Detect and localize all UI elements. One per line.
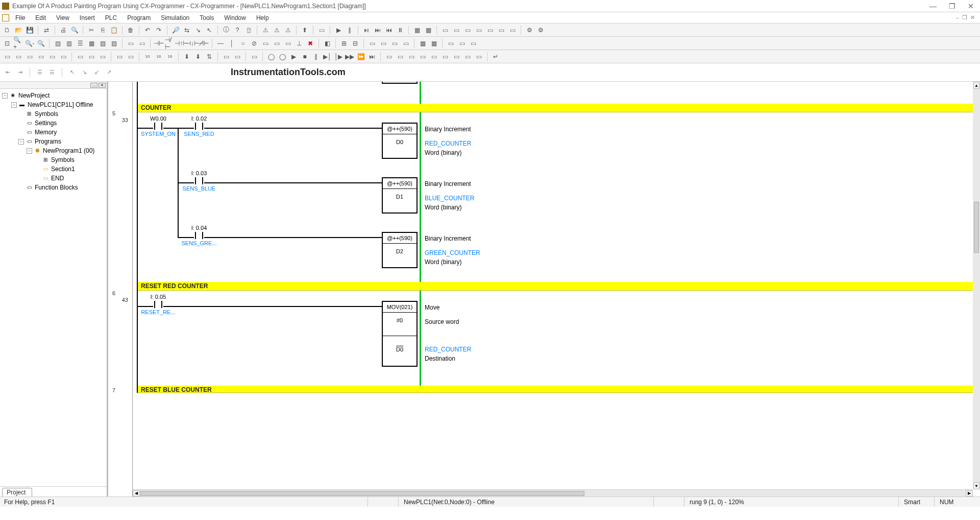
- menu-edit[interactable]: Edit: [31, 13, 50, 22]
- zoom-to-fit-icon[interactable]: ⊡: [2, 38, 12, 49]
- view3-icon[interactable]: ☰: [75, 38, 85, 49]
- expand-icon[interactable]: −: [27, 148, 32, 154]
- instruction-box-blue[interactable]: @++(590) D1: [382, 177, 418, 214]
- net3-icon[interactable]: ▭: [462, 25, 473, 35]
- dbg2-icon[interactable]: ◯: [277, 52, 287, 62]
- step-over-icon[interactable]: │▶: [333, 52, 344, 62]
- online2-icon[interactable]: ▭: [232, 52, 242, 62]
- menu-simulation[interactable]: Simulation: [157, 13, 193, 22]
- tree-programs[interactable]: − ▭ Programs: [2, 137, 107, 146]
- contact-sens-red[interactable]: I: 0.02 SENS_RED: [179, 115, 219, 137]
- info-icon[interactable]: ⓘ: [221, 25, 231, 35]
- sim2-icon[interactable]: ▭: [86, 52, 96, 62]
- rung-header-reset-red[interactable]: RESET RED COUNTER: [138, 282, 973, 291]
- align8-icon[interactable]: ▭: [462, 52, 473, 62]
- down2-icon[interactable]: ⬇: [193, 52, 203, 62]
- net2-icon[interactable]: ▭: [451, 25, 461, 35]
- xref2-icon[interactable]: ⊟: [350, 38, 360, 49]
- tree-symbols[interactable]: ⊞ Symbols: [2, 109, 107, 119]
- num16h-icon[interactable]: 16: [165, 52, 175, 62]
- scroll-down-icon[interactable]: ▼: [973, 482, 979, 489]
- step-in-icon[interactable]: ▶│: [322, 52, 332, 62]
- warn1-icon[interactable]: ⚠: [260, 25, 271, 35]
- contact-p-icon[interactable]: ⊣↑⊢: [176, 38, 186, 49]
- func-icon[interactable]: ▭: [260, 38, 271, 49]
- win2-icon[interactable]: ▭: [13, 52, 23, 62]
- tree-root[interactable]: − ❀ NewProject: [2, 91, 107, 100]
- plc-tool5-icon[interactable]: ▭: [468, 38, 478, 49]
- online3-icon[interactable]: ▭: [249, 52, 259, 62]
- ff-icon[interactable]: ⏩: [356, 52, 366, 62]
- step-out-icon[interactable]: ▶▶: [345, 52, 355, 62]
- line-v-icon[interactable]: │: [227, 38, 237, 49]
- ladder-editor[interactable]: 5 33 6 43 7 #50: [108, 82, 980, 497]
- win1-icon[interactable]: ▭: [2, 52, 12, 62]
- end-icon[interactable]: ⏭: [367, 52, 377, 62]
- win4-icon[interactable]: ▭: [36, 52, 46, 62]
- func3-icon[interactable]: ▭: [283, 38, 293, 49]
- rung-partial-top[interactable]: #50 Set Value: [138, 82, 973, 104]
- mdi-close-icon[interactable]: ✕: [970, 14, 975, 21]
- warn3-icon[interactable]: ⚠: [283, 25, 293, 35]
- view4-icon[interactable]: ▦: [86, 38, 96, 49]
- dbg1-icon[interactable]: ◯: [266, 52, 276, 62]
- line-h-icon[interactable]: —: [215, 38, 226, 49]
- instruction-box-red[interactable]: @++(590) D0: [382, 123, 418, 159]
- nav-l-icon[interactable]: ↙: [92, 68, 101, 77]
- align4-icon[interactable]: ▭: [418, 52, 428, 62]
- menu-plc[interactable]: PLC: [101, 13, 121, 22]
- pause-icon[interactable]: ∥: [345, 25, 355, 35]
- grp1-icon[interactable]: ▭: [367, 38, 377, 49]
- horizontal-scrollbar[interactable]: ◀ ▶: [133, 489, 973, 497]
- redo-icon[interactable]: ↷: [154, 25, 164, 35]
- watch1-icon[interactable]: ▭: [114, 52, 125, 62]
- contact-sens-blue[interactable]: I: 0.03 SENS_BLUE: [179, 170, 219, 192]
- instruction-box[interactable]: #50: [382, 82, 418, 84]
- tree-p1-section1[interactable]: ▭ Section1: [2, 164, 107, 174]
- undo-icon[interactable]: ↶: [142, 25, 153, 35]
- sim1-icon[interactable]: ▭: [75, 52, 85, 62]
- print-icon[interactable]: 🖨: [58, 25, 68, 35]
- delete-icon[interactable]: 🗑: [126, 25, 136, 35]
- plc-tool3-icon[interactable]: ▭: [446, 38, 456, 49]
- coil-icon[interactable]: ○: [238, 38, 248, 49]
- view6-icon[interactable]: ▨: [109, 38, 119, 49]
- online1-icon[interactable]: ▭: [221, 52, 231, 62]
- replace-icon[interactable]: ⇆: [182, 25, 192, 35]
- run-icon[interactable]: ▶: [333, 25, 344, 35]
- align1-icon[interactable]: ▭: [384, 52, 394, 62]
- menu-file[interactable]: File: [11, 13, 29, 22]
- contact-not-icon[interactable]: ⊣̸⊢: [199, 38, 209, 49]
- return-icon[interactable]: ↵: [491, 52, 501, 62]
- num10-icon[interactable]: 10: [142, 52, 153, 62]
- section2-icon[interactable]: ▭: [137, 38, 147, 49]
- sim3-icon[interactable]: ▭: [97, 52, 108, 62]
- contact-no-icon[interactable]: ⊣⊢: [154, 38, 164, 49]
- diagram-icon[interactable]: ◧: [322, 38, 332, 49]
- expand-icon[interactable]: −: [2, 93, 8, 99]
- plc-tool1-icon[interactable]: ▦: [418, 38, 428, 49]
- rung-header-counter[interactable]: COUNTER: [138, 104, 973, 112]
- down1-icon[interactable]: ⬇: [182, 52, 192, 62]
- align3-icon[interactable]: ▭: [406, 52, 416, 62]
- project-tree[interactable]: − ❀ NewProject − ▬ NewPLC1[CP1L] Offline…: [0, 89, 107, 486]
- grp3-icon[interactable]: ▭: [389, 38, 400, 49]
- step3-icon[interactable]: ⏮: [384, 25, 394, 35]
- menu-help[interactable]: Help: [252, 13, 273, 22]
- compare-icon[interactable]: ⇄: [41, 25, 52, 35]
- opt2-icon[interactable]: ⚙: [535, 25, 546, 35]
- vertical-scrollbar[interactable]: ▲ ▼: [973, 82, 980, 489]
- contact-sens-green[interactable]: I: 0.04 SENS_GRE...: [179, 225, 219, 246]
- xref1-icon[interactable]: ⊞: [339, 38, 349, 49]
- step2-icon[interactable]: ⏭: [373, 25, 383, 35]
- cut-icon[interactable]: ✂: [86, 25, 96, 35]
- maximize-button[interactable]: ❐: [949, 2, 955, 10]
- opt1-icon[interactable]: ⚙: [524, 25, 534, 35]
- view5-icon[interactable]: ▧: [97, 38, 108, 49]
- align6-icon[interactable]: ▭: [440, 52, 450, 62]
- step4-icon[interactable]: ⏸: [395, 25, 405, 35]
- list2-icon[interactable]: ☰: [47, 68, 57, 77]
- net7-icon[interactable]: ▭: [507, 25, 518, 35]
- win3-icon[interactable]: ▭: [24, 52, 35, 62]
- list1-icon[interactable]: ☰: [35, 68, 44, 77]
